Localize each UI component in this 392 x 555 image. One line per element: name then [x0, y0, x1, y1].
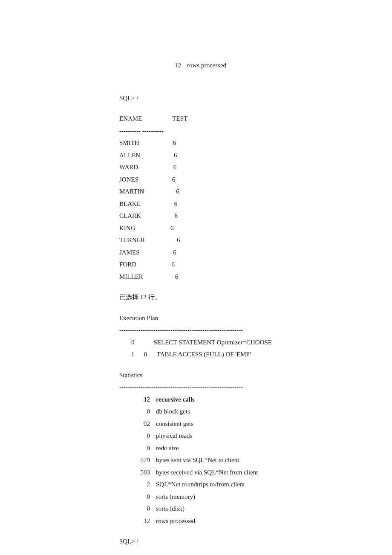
plan-text: SELECT STATEMENT Optimizer=CHOOSE [154, 339, 272, 346]
result-table-1: ENAME TEST ---------- ---------- SMITH 6… [119, 113, 273, 283]
sql-prompt: SQL> / [119, 92, 273, 104]
stat-num: 0 [119, 405, 150, 418]
stat-label: rows processed [181, 62, 226, 69]
stat-row: 12rows processed [119, 515, 273, 527]
stat-num: 92 [119, 418, 150, 430]
stat-row: 0sorts (memory) [119, 491, 273, 503]
stat-num: 12 [119, 393, 150, 406]
rows-selected-msg: 已选择 12 行。 [119, 291, 273, 304]
table-header: ENAME TEST [119, 113, 273, 125]
execution-plan-title: Execution Plan [119, 312, 273, 324]
stat-num: 579 [119, 454, 150, 466]
stat-label: SQL*Net roundtrips to/from client [150, 481, 245, 488]
table-row: TURNER 6 [119, 234, 273, 246]
stat-label: sorts (memory) [150, 493, 195, 500]
stat-num: 12 [150, 59, 181, 72]
exec-plan-separator: ----------------------------------------… [119, 324, 273, 336]
stat-num: 0 [119, 442, 150, 454]
table-row: WARD 6 [119, 161, 273, 173]
stat-label: consistent gets [150, 420, 193, 427]
stat-num: 503 [119, 466, 150, 479]
stat-label: redo size [150, 445, 179, 451]
page-content: 12rows processed SQL> / ENAME TEST -----… [0, 0, 392, 555]
stat-row: 0sorts (disk) [119, 503, 273, 515]
table-row: CLARK 6 [119, 210, 273, 222]
col-ename: ENAME [119, 115, 142, 122]
stat-row: 12recursive calls [119, 393, 273, 406]
table-row: FORD 6 [119, 258, 273, 271]
stat-row: 0physical reads [119, 430, 273, 442]
stat-row: 503bytes received via SQL*Net from clien… [119, 466, 273, 479]
table-row: JAMES 6 [119, 246, 273, 259]
stat-num: 0 [119, 430, 150, 442]
top-stat-row: 12rows processed [119, 47, 273, 84]
table-row: MARTIN 6 [119, 185, 273, 198]
stat-label: bytes sent via SQL*Net to client [150, 457, 239, 463]
stat-row: 0db block gets [119, 405, 273, 418]
plan-text: TABLE ACCESS (FULL) OF 'EMP' [157, 351, 251, 358]
stat-label: sorts (disk) [150, 505, 184, 512]
stat-row: 0redo size [119, 442, 273, 454]
table-row: ALLEN 6 [119, 149, 273, 162]
sql-prompt: SQL> / [119, 535, 273, 548]
statistics-title: Statistics [119, 369, 273, 382]
table-row: BLAKE 6 [119, 198, 273, 210]
stat-label: rows processed [150, 517, 195, 524]
stats-separator: ----------------------------------------… [119, 381, 273, 393]
stat-row: 92consistent gets [119, 418, 273, 430]
table-row: MILLER 6 [119, 271, 273, 283]
table-separator: ---------- ---------- [119, 125, 273, 137]
stat-label: physical reads [150, 432, 192, 439]
col-test: TEST [172, 115, 187, 122]
stat-num: 0 [119, 491, 150, 503]
table-row: SMITH 6 [119, 137, 273, 149]
table-row: KING 6 [119, 222, 273, 234]
table-row: JONES 6 [119, 173, 273, 186]
stat-label: db block gets [150, 408, 190, 415]
stat-num: 0 [119, 503, 150, 515]
stat-label: recursive calls [150, 396, 195, 403]
exec-plan-row: 0 SELECT STATEMENT Optimizer=CHOOSE [119, 336, 273, 349]
stat-label: bytes received via SQL*Net from client [150, 469, 258, 476]
exec-plan-row: 1 0 TABLE ACCESS (FULL) OF 'EMP' [119, 348, 273, 361]
stat-row: 2SQL*Net roundtrips to/from client [119, 478, 273, 491]
stat-row: 579bytes sent via SQL*Net to client [119, 454, 273, 466]
stat-num: 2 [119, 478, 150, 491]
stat-num: 12 [119, 515, 150, 527]
